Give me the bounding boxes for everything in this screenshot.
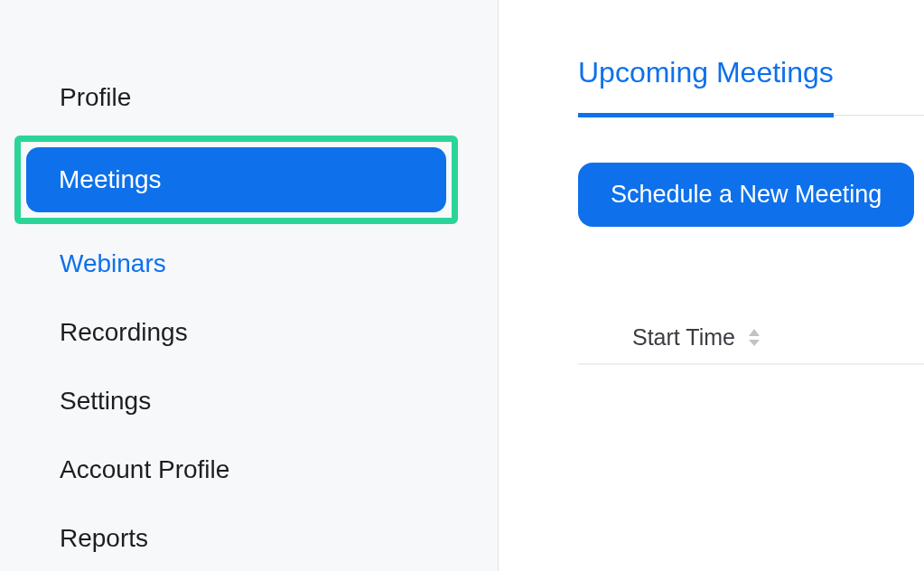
- schedule-new-meeting-button[interactable]: Schedule a New Meeting: [578, 163, 914, 227]
- tab-header: Upcoming Meetings: [578, 56, 924, 117]
- table-header-row: Start Time: [578, 324, 924, 365]
- sidebar-item-webinars[interactable]: Webinars: [52, 229, 453, 298]
- column-start-time-label: Start Time: [632, 324, 735, 351]
- main-content: Upcoming Meetings Schedule a New Meeting…: [499, 0, 924, 571]
- sort-icon: [748, 329, 761, 347]
- sidebar-item-recordings[interactable]: Recordings: [52, 298, 453, 367]
- tab-underline: [834, 56, 924, 116]
- sidebar-item-settings[interactable]: Settings: [52, 367, 453, 435]
- highlight-meetings: Meetings: [14, 136, 458, 224]
- column-start-time[interactable]: Start Time: [632, 324, 761, 351]
- sidebar-item-reports[interactable]: Reports: [52, 504, 453, 571]
- sidebar-item-meetings[interactable]: Meetings: [26, 147, 446, 212]
- sidebar-item-account-profile[interactable]: Account Profile: [52, 435, 453, 504]
- sidebar-item-profile[interactable]: Profile: [52, 63, 453, 132]
- sidebar: Profile Meetings Webinars Recordings Set…: [0, 0, 499, 571]
- tab-upcoming-meetings[interactable]: Upcoming Meetings: [578, 56, 834, 117]
- svg-marker-1: [749, 340, 760, 346]
- svg-marker-0: [749, 329, 760, 336]
